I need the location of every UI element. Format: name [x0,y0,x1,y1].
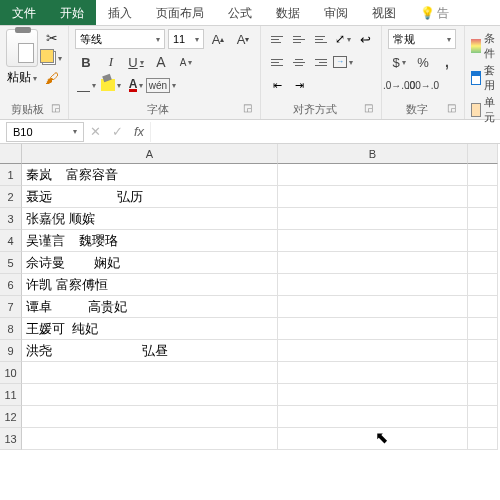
comma-button[interactable]: , [436,52,458,72]
cell[interactable] [278,340,468,362]
row-header[interactable]: 5 [0,252,22,274]
cut-button[interactable]: ✂ [42,29,62,47]
cell[interactable] [468,230,498,252]
cell[interactable] [468,428,498,450]
row-header[interactable]: 11 [0,384,22,406]
cell[interactable]: 洪尧 弘昼 [22,340,278,362]
percent-button[interactable]: % [412,52,434,72]
font-name-combo[interactable]: 等线▾ [75,29,165,49]
paste-icon[interactable] [6,29,38,67]
cell[interactable] [468,208,498,230]
column-header-b[interactable]: B [278,144,468,164]
paste-button[interactable]: 粘贴▾ [7,69,37,86]
copy-button[interactable]: ▾ [42,49,62,67]
cell[interactable] [22,362,278,384]
row-header[interactable]: 4 [0,230,22,252]
cell[interactable] [278,362,468,384]
tab-home[interactable]: 开始 [48,0,96,25]
row-header[interactable]: 13 [0,428,22,450]
tab-page-layout[interactable]: 页面布局 [144,0,216,25]
orientation-button[interactable]: ⤢▾ [333,29,353,49]
formula-bar[interactable] [150,122,500,142]
cell[interactable] [278,186,468,208]
tab-view[interactable]: 视图 [360,0,408,25]
cell-styles-button[interactable]: 单元 [471,95,499,125]
align-center-button[interactable] [289,52,309,72]
cell[interactable] [468,340,498,362]
number-launcher[interactable]: ◲ [445,102,458,113]
cell[interactable] [468,186,498,208]
font-grow-a[interactable]: A [150,52,172,72]
bold-button[interactable]: B [75,52,97,72]
tab-review[interactable]: 审阅 [312,0,360,25]
cell[interactable]: 佘诗曼 娴妃 [22,252,278,274]
shrink-font-button[interactable]: A▾ [232,29,254,49]
tab-insert[interactable]: 插入 [96,0,144,25]
conditional-format-button[interactable]: 条件 [471,31,499,61]
align-bottom-button[interactable] [311,29,331,49]
decrease-indent-button[interactable]: ⇤ [267,75,287,95]
cell[interactable] [278,428,468,450]
column-header-a[interactable]: A [22,144,278,164]
row-header[interactable]: 7 [0,296,22,318]
font-launcher[interactable]: ◲ [241,102,254,113]
clipboard-launcher[interactable]: ◲ [49,102,62,113]
cell[interactable] [468,406,498,428]
column-header-c[interactable] [468,144,498,164]
cell[interactable]: 张嘉倪 顺嫔 [22,208,278,230]
tab-file[interactable]: 文件 [0,0,48,25]
font-color-button[interactable]: A▾ [125,75,147,95]
cell[interactable]: 秦岚 富察容音 [22,164,278,186]
phonetic-button[interactable]: wén▾ [150,75,172,95]
enter-button[interactable]: ✓ [106,124,128,139]
format-table-button[interactable]: 套用 [471,63,499,93]
align-middle-button[interactable] [289,29,309,49]
cell[interactable]: 王媛可 纯妃 [22,318,278,340]
grow-font-button[interactable]: A▴ [207,29,229,49]
cell[interactable] [468,252,498,274]
cancel-button[interactable]: ✕ [84,124,106,139]
tab-data[interactable]: 数据 [264,0,312,25]
cell[interactable]: 许凯 富察傅恒 [22,274,278,296]
border-button[interactable]: ▾ [75,75,97,95]
row-header[interactable]: 8 [0,318,22,340]
tab-formulas[interactable]: 公式 [216,0,264,25]
cell[interactable] [468,296,498,318]
cell[interactable]: 谭卓 高贵妃 [22,296,278,318]
row-header[interactable]: 6 [0,274,22,296]
italic-button[interactable]: I [100,52,122,72]
align-top-button[interactable] [267,29,287,49]
select-all-corner[interactable] [0,144,22,164]
cell[interactable] [278,384,468,406]
font-size-combo[interactable]: 11▾ [168,29,204,49]
number-format-combo[interactable]: 常规▾ [388,29,456,49]
cell[interactable] [278,274,468,296]
cell[interactable] [278,230,468,252]
align-right-button[interactable] [311,52,331,72]
wrap-text-button[interactable]: ↩ [355,29,375,49]
row-header[interactable]: 3 [0,208,22,230]
fill-color-button[interactable]: ▾ [100,75,122,95]
row-header[interactable]: 2 [0,186,22,208]
cell[interactable]: 吴谨言 魏璎珞 [22,230,278,252]
cell[interactable] [468,318,498,340]
align-left-button[interactable] [267,52,287,72]
underline-button[interactable]: U▾ [125,52,147,72]
align-launcher[interactable]: ◲ [362,102,375,113]
cell[interactable] [468,274,498,296]
cell[interactable] [22,384,278,406]
cell[interactable] [22,428,278,450]
cell[interactable] [278,296,468,318]
row-header[interactable]: 1 [0,164,22,186]
cell[interactable] [278,318,468,340]
format-painter-button[interactable]: 🖌 [42,69,62,87]
row-header[interactable]: 12 [0,406,22,428]
merge-button[interactable]: ▾ [333,52,353,72]
row-header[interactable]: 10 [0,362,22,384]
font-shrink-a[interactable]: A▾ [175,52,197,72]
cell[interactable] [22,406,278,428]
cell[interactable]: 聂远 弘历 [22,186,278,208]
cell[interactable] [278,208,468,230]
decrease-decimal-button[interactable]: .00→.0 [412,75,434,95]
cell[interactable] [468,384,498,406]
